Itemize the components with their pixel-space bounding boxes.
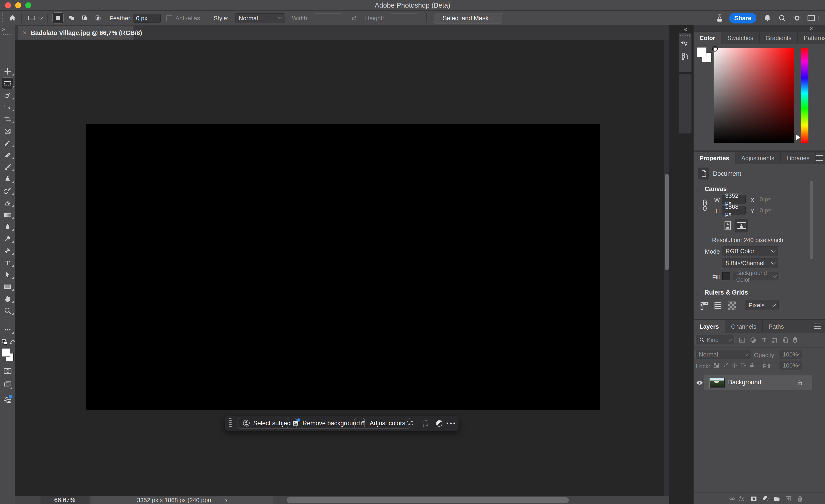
crop-tool[interactable] bbox=[0, 114, 15, 124]
status-chevron-icon[interactable]: › bbox=[225, 496, 227, 504]
workspace-icon[interactable] bbox=[806, 13, 816, 23]
filter-shape-layers-icon[interactable] bbox=[770, 336, 780, 345]
brush-tool[interactable] bbox=[0, 162, 15, 172]
swap-dimensions-icon[interactable] bbox=[350, 14, 359, 22]
default-colors-icon[interactable] bbox=[1, 339, 8, 346]
quick-mask-icon[interactable] bbox=[3, 366, 12, 375]
lightbulb-icon[interactable] bbox=[792, 13, 802, 23]
eyedropper-tool[interactable] bbox=[0, 138, 15, 149]
rulers-section-chevron[interactable] bbox=[698, 291, 698, 296]
selection-brush-tool[interactable] bbox=[0, 90, 15, 101]
select-and-mask-button[interactable]: Select and Mask... bbox=[434, 13, 502, 23]
screen-mode-icon[interactable] bbox=[3, 380, 12, 389]
lock-position-icon[interactable] bbox=[730, 361, 739, 369]
link-dimensions-icon[interactable] bbox=[701, 198, 709, 215]
tab-layers[interactable]: Layers bbox=[693, 320, 725, 333]
properties-panel-menu-icon[interactable] bbox=[816, 155, 823, 161]
vertical-scrollbar-thumb[interactable] bbox=[665, 174, 669, 270]
lock-pixels-icon[interactable] bbox=[721, 361, 730, 369]
lock-artboard-icon[interactable] bbox=[739, 361, 747, 369]
group-folder-icon[interactable] bbox=[772, 494, 781, 503]
type-tool[interactable]: T bbox=[0, 258, 15, 268]
filter-toggle-icon[interactable] bbox=[790, 335, 800, 345]
tab-gradients[interactable]: Gradients bbox=[760, 32, 798, 44]
orientation-portrait-button[interactable] bbox=[723, 219, 733, 232]
fill-mode-select[interactable]: Background Color bbox=[733, 272, 780, 281]
layer-thumbnail[interactable] bbox=[710, 378, 725, 388]
color-picker-ring[interactable] bbox=[712, 46, 718, 52]
contextual-taskbar[interactable]: Select subject Remove background Adjust … bbox=[225, 416, 459, 431]
grid-toggle-icon[interactable] bbox=[714, 301, 723, 310]
tab-properties[interactable]: Properties bbox=[693, 152, 736, 164]
lock-transparency-icon[interactable] bbox=[712, 361, 721, 369]
layer-mask-icon[interactable] bbox=[749, 494, 758, 503]
rulers-section-title[interactable]: Rulers & Grids bbox=[704, 289, 748, 296]
tab-patterns[interactable]: Patterns bbox=[798, 32, 825, 44]
contrast-icon[interactable] bbox=[434, 419, 444, 428]
filter-type-layers-icon[interactable]: T bbox=[759, 336, 769, 345]
units-select[interactable]: Pixels bbox=[745, 300, 779, 310]
tab-paths[interactable]: Paths bbox=[763, 320, 790, 333]
path-selection-tool[interactable] bbox=[0, 269, 15, 280]
canvas-h-input[interactable]: 1868 px bbox=[722, 206, 746, 215]
layer-visibility-eye-icon[interactable] bbox=[695, 379, 704, 387]
link-layers-icon[interactable] bbox=[728, 494, 737, 503]
object-selection-tool[interactable] bbox=[0, 102, 15, 112]
selection-mode-add[interactable] bbox=[66, 12, 77, 23]
healing-brush-tool[interactable] bbox=[0, 150, 15, 160]
delete-layer-icon[interactable] bbox=[795, 494, 805, 503]
canvas-x-input[interactable]: 0 px bbox=[757, 195, 780, 204]
generative-tools-icon[interactable] bbox=[680, 39, 690, 49]
layer-style-fx-icon[interactable]: fx bbox=[739, 495, 744, 502]
edit-toolbar-ellipsis[interactable] bbox=[0, 325, 15, 335]
tab-channels[interactable]: Channels bbox=[725, 320, 763, 333]
filter-image-layers-icon[interactable] bbox=[737, 336, 747, 345]
hue-slider-pointer[interactable] bbox=[796, 135, 800, 140]
new-layer-icon[interactable] bbox=[784, 494, 793, 503]
sync-image-icon[interactable] bbox=[3, 395, 12, 405]
transparency-grid-icon[interactable] bbox=[728, 302, 736, 310]
horizontal-scrollbar-thumb[interactable] bbox=[287, 497, 569, 503]
rectangular-marquee-tool[interactable] bbox=[0, 78, 15, 89]
tab-adjustments[interactable]: Adjustments bbox=[736, 152, 780, 164]
zoom-level-field[interactable]: 66,67% bbox=[41, 496, 89, 504]
style-select[interactable]: Normal bbox=[235, 13, 285, 23]
layer-filter-select[interactable]: Kind bbox=[695, 335, 735, 345]
panel-foreground-swatch[interactable] bbox=[697, 48, 706, 57]
canvas-image[interactable] bbox=[86, 124, 600, 410]
beta-flask-icon[interactable] bbox=[715, 13, 725, 23]
tab-color[interactable]: Color bbox=[693, 32, 722, 44]
options-bar-grip[interactable] bbox=[2, 13, 3, 22]
zoom-tool[interactable] bbox=[0, 306, 15, 316]
selection-mode-subtract[interactable] bbox=[79, 12, 90, 23]
selection-mode-intersect[interactable] bbox=[92, 12, 103, 23]
home-button[interactable] bbox=[8, 14, 17, 22]
magic-wand-sparkle-icon[interactable] bbox=[405, 419, 415, 428]
frame-tool[interactable] bbox=[0, 126, 15, 137]
canvas-y-input[interactable]: 0 px bbox=[757, 206, 780, 215]
saturation-brightness-field[interactable] bbox=[714, 48, 794, 143]
bell-icon[interactable] bbox=[762, 13, 772, 23]
search-icon[interactable] bbox=[777, 13, 787, 23]
pen-tool[interactable] bbox=[0, 246, 15, 256]
canvas-section-title[interactable]: Canvas bbox=[704, 185, 727, 193]
foreground-color-swatch[interactable] bbox=[2, 348, 10, 357]
anti-alias-checkbox[interactable] bbox=[166, 15, 172, 21]
toolbar-grip[interactable] bbox=[3, 34, 12, 35]
more-options-icon[interactable] bbox=[447, 423, 455, 424]
document-tab[interactable]: × Badolato Village.jpg @ 66,7% (RGB/8) bbox=[18, 26, 134, 39]
rulers-toggle-icon[interactable] bbox=[699, 301, 709, 312]
expand-dock-chevrons[interactable]: « bbox=[684, 25, 687, 33]
selection-mode-new[interactable] bbox=[53, 12, 64, 23]
swap-colors-icon[interactable] bbox=[9, 339, 16, 346]
share-button[interactable]: Share bbox=[729, 13, 756, 23]
move-tool[interactable] bbox=[0, 66, 15, 77]
tab-libraries[interactable]: Libraries bbox=[780, 152, 816, 164]
width-input[interactable] bbox=[314, 13, 342, 23]
canvas-area[interactable]: Select subject Remove background Adjust … bbox=[15, 39, 669, 496]
collapse-dock-chevrons[interactable]: » bbox=[810, 24, 814, 32]
filter-smart-object-icon[interactable] bbox=[780, 336, 790, 345]
document-info[interactable]: 3352 px x 1868 px (240 ppi) › bbox=[91, 496, 273, 504]
history-icon[interactable] bbox=[680, 51, 690, 61]
properties-scrollbar-thumb[interactable] bbox=[810, 181, 813, 259]
